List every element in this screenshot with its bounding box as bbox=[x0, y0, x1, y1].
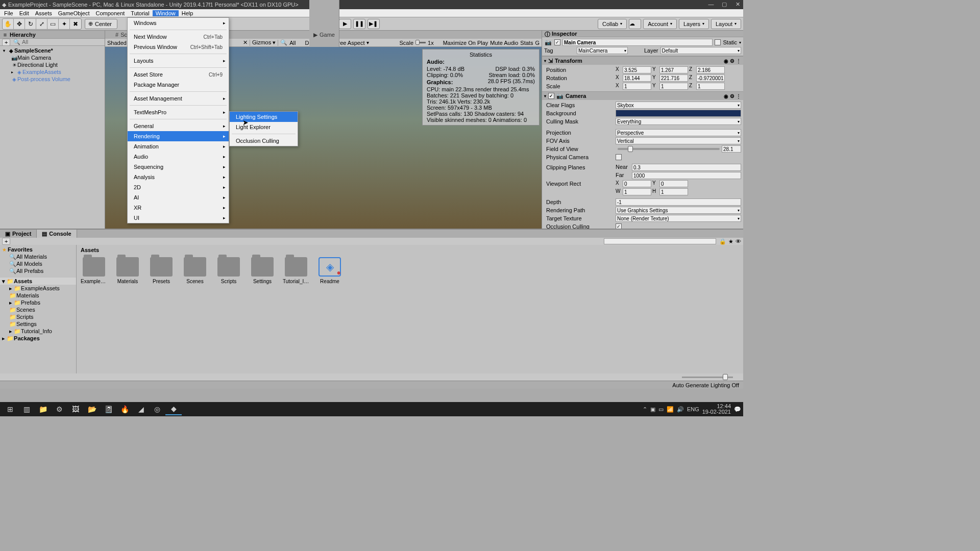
dd-xr[interactable]: XR▸ bbox=[128, 203, 229, 213]
tree-item[interactable]: 📁 Settings bbox=[0, 320, 76, 328]
dd-asset-management[interactable]: Asset Management▸ bbox=[128, 93, 229, 104]
dd-sequencing[interactable]: Sequencing▸ bbox=[128, 162, 229, 172]
thumbnail-size-slider[interactable] bbox=[682, 377, 733, 378]
vp-x[interactable]: 0 bbox=[623, 180, 651, 187]
file-item[interactable]: Settings bbox=[249, 257, 276, 284]
hand-tool-icon[interactable]: ✋ bbox=[3, 19, 14, 29]
explorer-icon[interactable]: 📁 bbox=[35, 403, 51, 415]
pos-x[interactable]: 3.525 bbox=[623, 66, 651, 73]
tree-assets[interactable]: ▾ 📁 Assets bbox=[0, 278, 76, 285]
file-item[interactable]: Presets bbox=[148, 257, 175, 284]
search-hidden-icon[interactable]: 👁 bbox=[736, 238, 741, 245]
tree-item[interactable]: 🔍 All Models bbox=[0, 260, 76, 267]
hierarchy-item[interactable]: ▸◈ExampleAssets bbox=[0, 68, 105, 76]
hierarchy-create[interactable]: + bbox=[2, 39, 10, 46]
clearflags-dropdown[interactable]: Skybox bbox=[616, 102, 741, 109]
fov-slider[interactable] bbox=[618, 148, 720, 150]
camera-enabled[interactable] bbox=[548, 93, 554, 99]
dd-textmeshpro[interactable]: TextMeshPro▸ bbox=[128, 107, 229, 117]
vp-y[interactable]: 0 bbox=[659, 180, 688, 187]
dd-analysis[interactable]: Analysis▸ bbox=[128, 172, 229, 182]
tree-item[interactable]: ▸ 📁 Tutorial_Info bbox=[0, 328, 76, 335]
stats-button[interactable]: Stats bbox=[520, 40, 533, 46]
cullmask-dropdown[interactable]: Everything bbox=[616, 118, 741, 125]
file-item[interactable]: ExampleAs... bbox=[81, 257, 107, 284]
file-item[interactable]: Scripts bbox=[215, 257, 242, 284]
breadcrumb[interactable]: Assets bbox=[79, 247, 741, 254]
custom-tool-icon[interactable]: ✖ bbox=[70, 19, 81, 29]
file-item[interactable]: ◈Readme bbox=[316, 257, 343, 284]
files-icon[interactable]: 📂 bbox=[84, 403, 100, 415]
maximize-on-play[interactable]: Maximize On Play bbox=[443, 40, 488, 46]
rot-y[interactable]: 221.716 bbox=[659, 74, 688, 82]
rect-tool-icon[interactable]: ▭ bbox=[47, 19, 59, 29]
layout-dropdown[interactable]: Layout▾ bbox=[711, 19, 741, 29]
tray-chevron-icon[interactable]: ⌃ bbox=[643, 406, 647, 413]
vscode-icon[interactable]: ◢ bbox=[133, 403, 149, 415]
tree-item[interactable]: 📁 Scripts bbox=[0, 313, 76, 320]
tree-item[interactable]: ▸ 📁 Prefabs bbox=[0, 299, 76, 306]
projection-dropdown[interactable]: Perspective bbox=[616, 129, 741, 136]
dd-windows[interactable]: Windows▸ bbox=[128, 18, 229, 28]
minimize-button[interactable]: — bbox=[707, 1, 715, 8]
menu-tutorial[interactable]: Tutorial bbox=[128, 10, 152, 16]
pivot-mode[interactable]: ⊕Center bbox=[85, 19, 117, 29]
tag-dropdown[interactable]: MainCamera bbox=[577, 47, 628, 54]
layers-dropdown[interactable]: Layers▾ bbox=[679, 19, 709, 29]
vp-h[interactable]: 1 bbox=[659, 188, 688, 195]
dd-next-window[interactable]: Next WindowCtrl+Tab bbox=[128, 32, 229, 42]
scale-tool-icon[interactable]: ⤢ bbox=[36, 19, 47, 29]
menu-window[interactable]: Window bbox=[153, 10, 179, 16]
firefox-icon[interactable]: 🔥 bbox=[116, 403, 133, 415]
file-item[interactable]: Scenes bbox=[182, 257, 208, 284]
tree-favorites[interactable]: ★Favorites bbox=[0, 246, 76, 253]
depth-field[interactable]: -1 bbox=[616, 198, 741, 206]
close-button[interactable]: ✕ bbox=[734, 1, 741, 8]
dd-occlusion-culling[interactable]: Occlusion Culling bbox=[230, 136, 298, 146]
dd-asset-store[interactable]: Asset StoreCtrl+9 bbox=[128, 69, 229, 80]
hierarchy-search-all[interactable]: 🔍 All bbox=[13, 39, 28, 45]
menu-help[interactable]: Help bbox=[179, 10, 197, 16]
hierarchy-item[interactable]: ☀Directional Light bbox=[0, 61, 105, 68]
tray-cast-icon[interactable]: ▣ bbox=[650, 406, 655, 413]
tree-item[interactable]: 🔍 All Materials bbox=[0, 253, 76, 260]
fov-field[interactable]: 28.1 bbox=[722, 145, 741, 153]
pos-y[interactable]: 1.267 bbox=[659, 66, 688, 73]
scene-search-all[interactable]: All bbox=[289, 40, 296, 46]
tree-item[interactable]: 📁 Materials bbox=[0, 292, 76, 299]
tray-clock[interactable]: 12:44 19-02-2021 bbox=[702, 404, 731, 415]
scale-slider[interactable] bbox=[415, 40, 420, 45]
tray-battery-icon[interactable]: ▭ bbox=[658, 406, 664, 413]
maximize-button[interactable]: ▢ bbox=[721, 1, 728, 8]
rot-z[interactable]: -0.9720001 bbox=[696, 74, 725, 82]
project-create[interactable]: + bbox=[2, 238, 10, 245]
vp-w[interactable]: 1 bbox=[623, 188, 651, 195]
move-tool-icon[interactable]: ✥ bbox=[14, 19, 25, 29]
bg-color[interactable] bbox=[616, 110, 741, 117]
console-tab[interactable]: ▤Console bbox=[37, 230, 77, 238]
start-button[interactable]: ⊞ bbox=[2, 403, 18, 415]
mute-audio[interactable]: Mute Audio bbox=[490, 40, 518, 46]
tree-item[interactable]: 🔍 All Prefabs bbox=[0, 267, 76, 274]
tree-item[interactable]: 📁 Scenes bbox=[0, 306, 76, 313]
tray-wifi-icon[interactable]: 📶 bbox=[667, 406, 674, 413]
dd-animation[interactable]: Animation▸ bbox=[128, 141, 229, 152]
hierarchy-item[interactable]: ◈Post-process Volume bbox=[0, 76, 105, 83]
inspector-tab[interactable]: ⓘInspector bbox=[542, 31, 743, 37]
collab-dropdown[interactable]: Collab▾ bbox=[598, 19, 627, 29]
tray-notifications-icon[interactable]: 💬 bbox=[734, 406, 741, 413]
dd-layouts[interactable]: Layouts▸ bbox=[128, 56, 229, 66]
near-field[interactable]: 0.3 bbox=[632, 164, 741, 171]
project-tab[interactable]: ▣Project bbox=[0, 230, 37, 238]
dd-ui[interactable]: UI▸ bbox=[128, 213, 229, 223]
hierarchy-item[interactable]: 📷Main Camera bbox=[0, 54, 105, 61]
play-button[interactable]: ▶ bbox=[339, 19, 351, 29]
dd-2d[interactable]: 2D▸ bbox=[128, 182, 229, 192]
physcam-check[interactable] bbox=[616, 154, 622, 160]
transform-header[interactable]: ▾⇲Transform ◉ ⚙ ⋮ bbox=[542, 57, 743, 65]
cloud-icon[interactable]: ☁ bbox=[629, 19, 641, 29]
rotate-tool-icon[interactable]: ↻ bbox=[25, 19, 36, 29]
search-filter-icon[interactable]: 🔒 bbox=[719, 238, 726, 245]
hierarchy-tab[interactable]: ≡Hierarchy bbox=[0, 31, 105, 39]
step-button[interactable]: ▶❚ bbox=[368, 19, 380, 29]
